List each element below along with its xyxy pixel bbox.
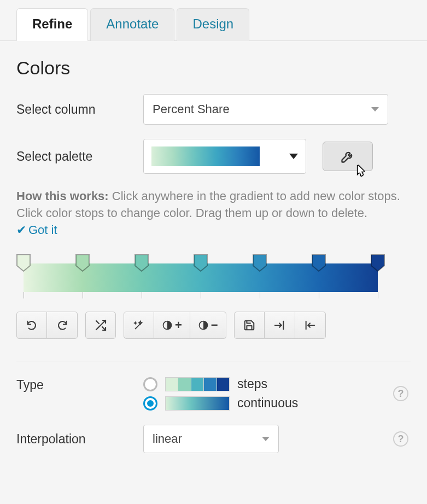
help-type-button[interactable]: ? bbox=[393, 386, 408, 401]
gradient-stop[interactable] bbox=[15, 254, 32, 270]
palette-toolbar: + − bbox=[16, 312, 411, 339]
radio-continuous[interactable]: continuous bbox=[143, 396, 298, 411]
row-select-column: Select column Percent Share bbox=[16, 94, 411, 125]
import-icon bbox=[273, 319, 285, 331]
label-select-palette: Select palette bbox=[16, 149, 143, 164]
type-options: steps continuous bbox=[143, 377, 298, 411]
redo-icon bbox=[56, 319, 68, 331]
gradient-ticks bbox=[24, 292, 378, 298]
help-interpolation-button[interactable]: ? bbox=[393, 431, 408, 447]
tab-annotate[interactable]: Annotate bbox=[90, 8, 174, 41]
wrench-icon bbox=[340, 149, 355, 164]
shuffle-icon bbox=[94, 319, 107, 332]
chevron-down-icon bbox=[289, 154, 298, 159]
radio-label-continuous: continuous bbox=[237, 396, 298, 411]
radio-input-steps[interactable] bbox=[143, 377, 157, 391]
lightness-plus-button[interactable]: + bbox=[154, 312, 190, 339]
gradient-stop[interactable] bbox=[133, 254, 150, 270]
column-select[interactable]: Percent Share bbox=[143, 94, 388, 125]
import-button[interactable] bbox=[265, 312, 295, 339]
magic-wand-icon bbox=[133, 319, 145, 331]
gradient-stop[interactable] bbox=[370, 254, 386, 270]
gradient-stop[interactable] bbox=[74, 254, 91, 270]
steps-preview bbox=[165, 377, 230, 391]
radio-input-continuous[interactable] bbox=[143, 396, 157, 411]
lightness-minus-button[interactable]: − bbox=[190, 312, 226, 339]
interpolation-select[interactable]: linear bbox=[143, 425, 279, 453]
redo-button[interactable] bbox=[47, 312, 78, 339]
gradient-editor[interactable] bbox=[16, 254, 411, 297]
divider bbox=[16, 361, 411, 361]
tab-refine[interactable]: Refine bbox=[16, 8, 88, 41]
save-button[interactable] bbox=[234, 312, 265, 339]
chevron-down-icon bbox=[371, 107, 379, 112]
section-title: Colors bbox=[16, 57, 411, 79]
chevron-down-icon bbox=[262, 437, 270, 441]
colors-section: Colors Select column Percent Share Selec… bbox=[0, 41, 427, 453]
label-interpolation: Interpolation bbox=[16, 432, 143, 447]
undo-button[interactable] bbox=[16, 312, 47, 339]
row-interpolation: Interpolation linear ? bbox=[16, 425, 411, 453]
minus-label: − bbox=[211, 318, 218, 332]
gradient-stop[interactable] bbox=[311, 254, 327, 270]
help-text: How this works: Click anywhere in the gr… bbox=[16, 188, 411, 238]
got-it-label: Got it bbox=[28, 223, 57, 237]
tab-design[interactable]: Design bbox=[177, 8, 249, 41]
help-lead: How this works: bbox=[16, 189, 109, 203]
got-it-link[interactable]: ✔Got it bbox=[16, 223, 57, 237]
export-icon bbox=[304, 319, 316, 331]
radio-label-steps: steps bbox=[237, 377, 267, 391]
label-type: Type bbox=[16, 377, 143, 392]
undo-icon bbox=[26, 319, 38, 331]
plus-label: + bbox=[175, 318, 182, 332]
radio-steps[interactable]: steps bbox=[143, 377, 298, 391]
export-button[interactable] bbox=[295, 312, 326, 339]
shuffle-button[interactable] bbox=[85, 312, 116, 339]
interpolation-value: linear bbox=[153, 432, 182, 446]
customize-palette-button[interactable] bbox=[323, 142, 373, 171]
save-icon bbox=[243, 319, 255, 331]
palette-swatch bbox=[151, 146, 260, 166]
gradient-stop[interactable] bbox=[192, 254, 209, 270]
palette-select[interactable] bbox=[143, 139, 306, 174]
label-select-column: Select column bbox=[16, 102, 143, 117]
contrast-icon bbox=[162, 320, 173, 331]
check-icon: ✔ bbox=[16, 223, 26, 237]
continuous-preview bbox=[165, 396, 230, 411]
auto-correct-button[interactable] bbox=[124, 312, 154, 339]
column-select-value: Percent Share bbox=[153, 102, 230, 116]
row-type: Type steps continuous ? bbox=[16, 377, 411, 411]
contrast-icon bbox=[198, 320, 209, 331]
row-select-palette: Select palette bbox=[16, 139, 411, 174]
cursor-pointer-icon bbox=[352, 163, 369, 180]
tabs: Refine Annotate Design bbox=[0, 0, 427, 41]
gradient-stop[interactable] bbox=[251, 254, 268, 270]
